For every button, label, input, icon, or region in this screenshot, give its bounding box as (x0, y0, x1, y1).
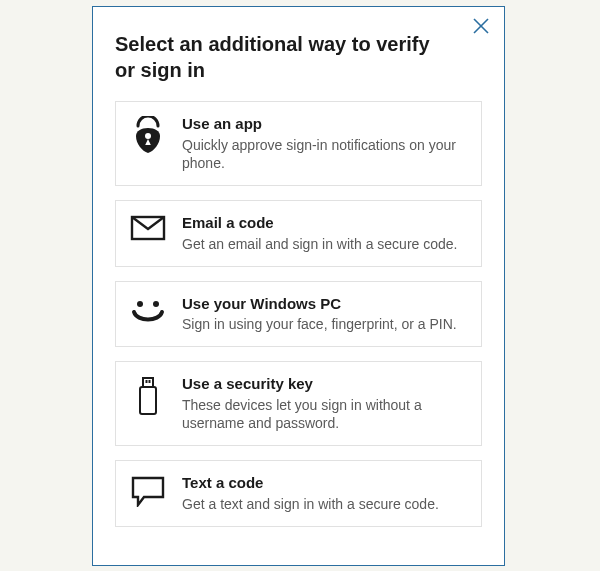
option-windows-hello[interactable]: Use your Windows PC Sign in using your f… (115, 281, 482, 347)
option-text: Use your Windows PC Sign in using your f… (182, 294, 467, 334)
verify-dialog: Select an additional way to verify or si… (92, 6, 505, 566)
option-text: Text a code Get a text and sign in with … (182, 473, 467, 513)
dialog-title: Select an additional way to verify or si… (115, 31, 455, 83)
option-title: Text a code (182, 473, 467, 493)
svg-rect-8 (149, 380, 151, 383)
option-desc: Get an email and sign in with a secure c… (182, 235, 467, 254)
option-desc: Quickly approve sign-in notifications on… (182, 136, 467, 174)
svg-rect-7 (146, 380, 148, 383)
svg-point-5 (153, 301, 159, 307)
authenticator-app-icon (128, 114, 168, 154)
usb-key-icon (128, 374, 168, 416)
svg-point-2 (145, 133, 151, 139)
envelope-icon (128, 213, 168, 241)
option-text: Use an app Quickly approve sign-in notif… (182, 114, 467, 173)
close-button[interactable] (472, 17, 490, 39)
option-title: Use your Windows PC (182, 294, 467, 314)
option-title: Email a code (182, 213, 467, 233)
option-text-code[interactable]: Text a code Get a text and sign in with … (115, 460, 482, 526)
option-desc: Get a text and sign in with a secure cod… (182, 495, 467, 514)
option-use-app[interactable]: Use an app Quickly approve sign-in notif… (115, 101, 482, 186)
option-email-code[interactable]: Email a code Get an email and sign in wi… (115, 200, 482, 266)
option-title: Use a security key (182, 374, 467, 394)
svg-rect-6 (143, 378, 153, 387)
option-text: Email a code Get an email and sign in wi… (182, 213, 467, 253)
option-desc: These devices let you sign in without a … (182, 396, 467, 434)
option-text: Use a security key These devices let you… (182, 374, 467, 433)
option-desc: Sign in using your face, fingerprint, or… (182, 315, 467, 334)
svg-rect-9 (140, 387, 156, 414)
option-title: Use an app (182, 114, 467, 134)
options-list: Use an app Quickly approve sign-in notif… (115, 101, 482, 527)
speech-bubble-icon (128, 473, 168, 507)
close-icon (472, 21, 490, 38)
smiley-face-icon (128, 294, 168, 328)
svg-point-4 (137, 301, 143, 307)
option-security-key[interactable]: Use a security key These devices let you… (115, 361, 482, 446)
